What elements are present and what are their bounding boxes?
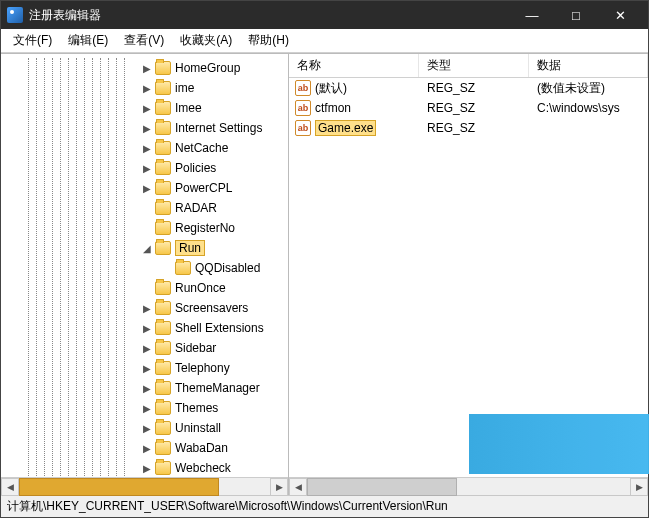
- expander-closed-icon[interactable]: [141, 222, 153, 234]
- tree-node[interactable]: QQDisabled: [1, 258, 288, 278]
- scroll-right-icon[interactable]: ▶: [630, 478, 648, 496]
- expander-closed-icon[interactable]: ▶: [141, 82, 153, 94]
- tree-node-label[interactable]: ime: [175, 81, 194, 95]
- expander-closed-icon[interactable]: ▶: [141, 322, 153, 334]
- menu-view[interactable]: 查看(V): [116, 30, 172, 51]
- value-type: REG_SZ: [419, 81, 529, 95]
- tree-node-label[interactable]: Shell Extensions: [175, 321, 264, 335]
- col-name[interactable]: 名称: [289, 54, 419, 77]
- expander-closed-icon[interactable]: ▶: [141, 182, 153, 194]
- titlebar[interactable]: 注册表编辑器 — □ ✕: [1, 1, 648, 29]
- tree-node-label[interactable]: NetCache: [175, 141, 228, 155]
- value-name[interactable]: Game.exe: [315, 120, 376, 136]
- value-name[interactable]: ctfmon: [315, 101, 351, 115]
- scroll-right-icon[interactable]: ▶: [270, 478, 288, 496]
- expander-open-icon[interactable]: ◢: [141, 242, 153, 254]
- minimize-button[interactable]: —: [510, 1, 554, 29]
- expander-closed-icon[interactable]: ▶: [141, 342, 153, 354]
- tree-node-label[interactable]: Webcheck: [175, 461, 231, 475]
- list-header: 名称 类型 数据: [289, 54, 648, 78]
- folder-icon: [155, 361, 171, 375]
- expander-closed-icon[interactable]: [141, 282, 153, 294]
- list-row[interactable]: abctfmonREG_SZC:\windows\sys: [289, 98, 648, 118]
- scroll-left-icon[interactable]: ◀: [289, 478, 307, 496]
- expander-closed-icon[interactable]: ▶: [141, 402, 153, 414]
- expander-closed-icon[interactable]: ▶: [141, 382, 153, 394]
- tree-node[interactable]: RunOnce: [1, 278, 288, 298]
- expander-closed-icon[interactable]: ▶: [141, 442, 153, 454]
- tree-node-label[interactable]: Run: [175, 240, 205, 256]
- tree-node[interactable]: ▶Policies: [1, 158, 288, 178]
- tree-node[interactable]: ▶WabaDan: [1, 438, 288, 458]
- tree-node-label[interactable]: Screensavers: [175, 301, 248, 315]
- list-row[interactable]: ab(默认)REG_SZ(数值未设置): [289, 78, 648, 98]
- tree-node[interactable]: ▶Internet Settings: [1, 118, 288, 138]
- list-row[interactable]: abGame.exeREG_SZ: [289, 118, 648, 138]
- tree-hscrollbar[interactable]: ◀ ▶: [1, 477, 288, 495]
- values-hscrollbar[interactable]: ◀ ▶: [289, 477, 648, 495]
- tree-node[interactable]: ▶PowerCPL: [1, 178, 288, 198]
- scroll-thumb[interactable]: [307, 478, 457, 496]
- scroll-thumb[interactable]: [19, 478, 219, 496]
- expander-closed-icon[interactable]: ▶: [141, 362, 153, 374]
- tree-node-label[interactable]: ThemeManager: [175, 381, 260, 395]
- tree-node-label[interactable]: RegisterNo: [175, 221, 235, 235]
- tree-node-label[interactable]: WabaDan: [175, 441, 228, 455]
- tree-node[interactable]: ▶HomeGroup: [1, 58, 288, 78]
- tree-node[interactable]: ▶Shell Extensions: [1, 318, 288, 338]
- app-icon: [7, 7, 23, 23]
- tree-node-label[interactable]: HomeGroup: [175, 61, 240, 75]
- expander-closed-icon[interactable]: ▶: [141, 422, 153, 434]
- expander-closed-icon[interactable]: [141, 202, 153, 214]
- close-button[interactable]: ✕: [598, 1, 642, 29]
- tree-node-label[interactable]: PowerCPL: [175, 181, 232, 195]
- expander-closed-icon[interactable]: ▶: [141, 162, 153, 174]
- menubar: 文件(F) 编辑(E) 查看(V) 收藏夹(A) 帮助(H): [1, 29, 648, 53]
- menu-file[interactable]: 文件(F): [5, 30, 60, 51]
- folder-icon: [155, 61, 171, 75]
- expander-closed-icon[interactable]: ▶: [141, 462, 153, 474]
- tree-node[interactable]: ◢Run: [1, 238, 288, 258]
- tree-node-label[interactable]: Telephony: [175, 361, 230, 375]
- expander-closed-icon[interactable]: ▶: [141, 122, 153, 134]
- tree-node[interactable]: ▶Uninstall: [1, 418, 288, 438]
- tree-node[interactable]: ▶Screensavers: [1, 298, 288, 318]
- folder-icon: [155, 201, 171, 215]
- tree-node-label[interactable]: Themes: [175, 401, 218, 415]
- tree-node[interactable]: ▶NetCache: [1, 138, 288, 158]
- expander-closed-icon[interactable]: ▶: [141, 102, 153, 114]
- menu-favorites[interactable]: 收藏夹(A): [172, 30, 240, 51]
- col-data[interactable]: 数据: [529, 54, 648, 77]
- expander-closed-icon[interactable]: ▶: [141, 62, 153, 74]
- expander-closed-icon[interactable]: ▶: [141, 302, 153, 314]
- tree-node-label[interactable]: RADAR: [175, 201, 217, 215]
- status-bar: 计算机\HKEY_CURRENT_USER\Software\Microsoft…: [1, 495, 648, 517]
- tree-view[interactable]: ▶HomeGroup▶ime▶Imee▶Internet Settings▶Ne…: [1, 54, 288, 477]
- tree-node-label[interactable]: QQDisabled: [195, 261, 260, 275]
- tree-node-label[interactable]: Uninstall: [175, 421, 221, 435]
- tree-node-label[interactable]: Policies: [175, 161, 216, 175]
- expander-closed-icon[interactable]: [161, 262, 173, 274]
- tree-node[interactable]: ▶ime: [1, 78, 288, 98]
- tree-node[interactable]: ▶Telephony: [1, 358, 288, 378]
- menu-help[interactable]: 帮助(H): [240, 30, 297, 51]
- maximize-button[interactable]: □: [554, 1, 598, 29]
- tree-node[interactable]: RegisterNo: [1, 218, 288, 238]
- folder-icon: [175, 261, 191, 275]
- tree-node-label[interactable]: Imee: [175, 101, 202, 115]
- tree-node[interactable]: RADAR: [1, 198, 288, 218]
- tree-node[interactable]: ▶Themes: [1, 398, 288, 418]
- tree-node-label[interactable]: Sidebar: [175, 341, 216, 355]
- scroll-left-icon[interactable]: ◀: [1, 478, 19, 496]
- tree-node[interactable]: ▶Imee: [1, 98, 288, 118]
- tree-node[interactable]: ▶Webcheck: [1, 458, 288, 477]
- expander-closed-icon[interactable]: ▶: [141, 142, 153, 154]
- status-path: 计算机\HKEY_CURRENT_USER\Software\Microsoft…: [7, 498, 448, 515]
- tree-node-label[interactable]: Internet Settings: [175, 121, 262, 135]
- tree-node[interactable]: ▶ThemeManager: [1, 378, 288, 398]
- tree-node-label[interactable]: RunOnce: [175, 281, 226, 295]
- value-name[interactable]: (默认): [315, 80, 347, 97]
- col-type[interactable]: 类型: [419, 54, 529, 77]
- tree-node[interactable]: ▶Sidebar: [1, 338, 288, 358]
- menu-edit[interactable]: 编辑(E): [60, 30, 116, 51]
